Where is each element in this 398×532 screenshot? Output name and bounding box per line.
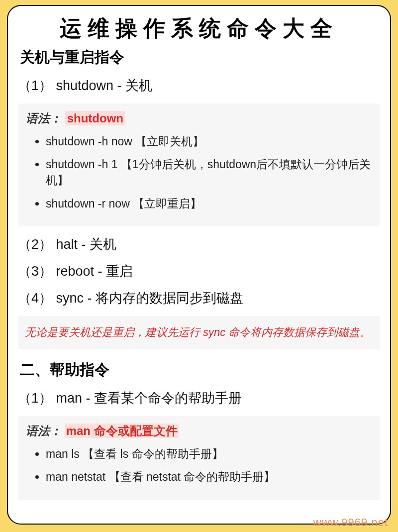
list-item: man netstat 【查看 netstat 命令的帮助手册】 — [46, 469, 372, 485]
section2-heading: 二、帮助指令 — [20, 360, 380, 380]
list-item: shutdown -h 1 【1分钟后关机，shutdown后不填默认一分钟后关… — [46, 156, 372, 188]
shutdown-syntax-block: 语法： shutdown shutdown -h now 【立即关机】 shut… — [18, 104, 380, 226]
page-title: 运维操作系统命令大全 — [18, 14, 380, 43]
cmd-halt-header: （2） halt - 关机 — [18, 235, 380, 253]
man-syntax-block: 语法： man 命令或配置文件 man ls 【查看 ls 命令的帮助手册】 m… — [18, 416, 380, 500]
syntax-command: man 命令或配置文件 — [65, 424, 179, 438]
sync-note-text: 无论是要关机还是重启，建议先运行 sync 命令将内存数据保存到磁盘。 — [25, 326, 371, 338]
section1-heading: 关机与重启指令 — [20, 47, 380, 68]
syntax-command: shutdown — [65, 111, 125, 125]
cmd-shutdown-header: （1） shutdown - 关机 — [18, 77, 380, 95]
sync-note-block: 无论是要关机还是重启，建议先运行 sync 命令将内存数据保存到磁盘。 — [18, 316, 380, 349]
list-item: shutdown -r now 【立即重启】 — [46, 196, 372, 212]
shutdown-bullet-list: shutdown -h now 【立即关机】 shutdown -h 1 【1分… — [26, 133, 372, 212]
list-item: man ls 【查看 ls 命令的帮助手册】 — [46, 446, 372, 462]
content-card: 运维操作系统命令大全 关机与重启指令 （1） shutdown - 关机 语法：… — [7, 5, 391, 525]
man-syntax-row: 语法： man 命令或配置文件 — [26, 423, 372, 439]
cmd-man-header: （1） man - 查看某个命令的帮助手册 — [18, 389, 380, 407]
list-item: shutdown -h now 【立即关机】 — [46, 133, 372, 149]
cmd-sync-header: （4） sync - 将内存的数据同步到磁盘 — [18, 289, 380, 307]
shutdown-syntax-row: 语法： shutdown — [26, 110, 372, 126]
man-bullet-list: man ls 【查看 ls 命令的帮助手册】 man netstat 【查看 n… — [26, 446, 372, 485]
watermark-text: www.9969.net — [313, 516, 388, 529]
syntax-label: 语法： — [26, 111, 62, 125]
syntax-label: 语法： — [26, 424, 62, 437]
cmd-reboot-header: （3） reboot - 重启 — [18, 262, 380, 280]
